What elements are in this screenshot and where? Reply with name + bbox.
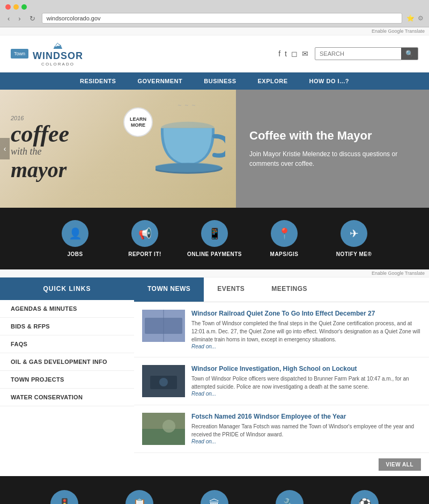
svg-point-11 (162, 420, 175, 433)
hero-left: ‹ 2016 coffee with the mayor ～ ～ ～ (0, 90, 236, 208)
report-icon: 📢 (131, 220, 158, 247)
sidebar-link-bids[interactable]: BIDS & RFPS (0, 318, 134, 335)
main-content: TOWN NEWS EVENTS MEETINGS Windsor Railro… (134, 277, 429, 476)
translate-bar-mid[interactable]: Enable Google Translate (0, 269, 429, 277)
tab-meetings[interactable]: MEETINGS (258, 277, 321, 302)
bookmark-icon: ⭐ (406, 14, 415, 22)
town-tab: Town (11, 49, 28, 59)
nav-residents[interactable]: RESIDENTS (69, 72, 127, 90)
fi-opengovt[interactable]: 🏛 OPEN GOVERNMENT (177, 486, 252, 504)
ql-report-label: REPORT IT! (128, 251, 161, 257)
news-item-3: Fotsch Named 2016 Windsor Employee of th… (134, 405, 429, 453)
translate-label-mid[interactable]: Enable Google Translate (372, 271, 425, 276)
forward-button[interactable]: › (16, 13, 23, 24)
read-on-3[interactable]: Read on... (191, 439, 421, 444)
sidebar: QUICK LINKS AGENDAS & MINUTES BIDS & RFP… (0, 277, 134, 476)
view-all-row: VIEW ALL (134, 453, 429, 476)
ql-report[interactable]: 📢 REPORT IT! (110, 216, 180, 261)
ql-payments-label: ONLINE PAYMENTS (187, 251, 242, 257)
hero-prev-arrow[interactable]: ‹ (0, 138, 10, 159)
devcenter-icon: 🔧 (276, 490, 304, 504)
hero-coffee-word: coffee (11, 122, 69, 146)
coffee-cup-svg (156, 112, 225, 177)
news-tabs: TOWN NEWS EVENTS MEETINGS (134, 277, 429, 302)
news-thumb-1 (142, 310, 185, 342)
logo-text: WINDSOR (33, 50, 83, 62)
logo-subtext: COLORADO (33, 62, 83, 67)
instagram-icon[interactable]: ◻ (291, 49, 298, 58)
search-button[interactable]: 🔍 (401, 48, 418, 60)
browser-actions: ⭐ ⚙ (406, 14, 424, 22)
recreation-icon: ⚽ (351, 490, 379, 504)
view-all-button[interactable]: VIEW ALL (379, 458, 421, 471)
site-header: Town ⛰ WINDSOR COLORADO f t ◻ ✉ 🔍 (0, 35, 429, 72)
sidebar-link-agendas[interactable]: AGENDAS & MINUTES (0, 300, 134, 318)
learn-more-button[interactable]: LEARN MORE (123, 107, 153, 137)
coffee-cup-illustration: ～ ～ ～ (156, 112, 225, 179)
translate-bar-top: Enable Google Translate (0, 27, 429, 35)
email-icon[interactable]: ✉ (302, 49, 308, 58)
sidebar-links: AGENDAS & MINUTES BIDS & RFPS FAQS OIL &… (0, 300, 134, 406)
jobs-icon: 👤 (62, 220, 88, 247)
header-center: f t ◻ ✉ 🔍 (278, 47, 418, 60)
nav-business[interactable]: BUSINESS (193, 72, 247, 90)
ql-notify-label: NOTIFY ME® (336, 251, 372, 257)
main-nav: RESIDENTS GOVERNMENT BUSINESS EXPLORE HO… (0, 72, 429, 90)
site-logo[interactable]: ⛰ WINDSOR COLORADO (33, 41, 83, 67)
sidebar-link-oilgas[interactable]: OIL & GAS DEVELOPMENT INFO (0, 353, 134, 371)
hero-coffee-text: 2016 coffee with the mayor (11, 115, 69, 182)
facebook-icon[interactable]: f (278, 49, 280, 58)
ql-payments[interactable]: 📱 ONLINE PAYMENTS (180, 216, 249, 261)
hero-right-text: Join Mayor Kristie Melendez to discuss q… (249, 149, 416, 169)
news-text-1: The Town of Windsor completed the final … (191, 319, 421, 344)
ql-maps-label: MAPS/GIS (270, 251, 299, 257)
ql-jobs-label: JOBS (67, 251, 83, 257)
news-item-2: Windsor Police Investigation, High Schoo… (134, 357, 429, 405)
news-text-2: Town of Windsor Police officers were dis… (191, 375, 421, 391)
ql-maps[interactable]: 📍 MAPS/GIS (249, 216, 319, 261)
news-thumb-2 (142, 365, 185, 397)
settings-icon: ⚙ (418, 14, 424, 22)
news-text-3: Recreation Manager Tara Fotsch was named… (191, 422, 421, 439)
quick-links-row: 👤 JOBS 📢 REPORT IT! 📱 ONLINE PAYMENTS 📍 … (0, 208, 429, 269)
twitter-icon[interactable]: t (285, 49, 287, 58)
svg-rect-10 (142, 429, 185, 445)
tab-events[interactable]: EVENTS (204, 277, 258, 302)
traffic-icon: 🚦 (50, 490, 78, 504)
news-title-1[interactable]: Windsor Railroad Quiet Zone To Go Into E… (191, 310, 421, 317)
hero-right-title: Coffee with the Mayor (249, 129, 416, 143)
sidebar-link-faqs[interactable]: FAQS (0, 335, 134, 353)
hero-with-text: with the (11, 146, 69, 157)
refresh-button[interactable]: ↻ (27, 13, 38, 24)
svg-point-2 (156, 163, 221, 172)
read-on-2[interactable]: Read on... (191, 391, 421, 397)
fi-bids[interactable]: 📋 BIDS/RFPS (102, 486, 177, 504)
translate-label[interactable]: Enable Google Translate (372, 28, 425, 34)
payments-icon: 📱 (201, 220, 228, 247)
news-title-3[interactable]: Fotsch Named 2016 Windsor Employee of th… (191, 413, 421, 420)
hero-right: Coffee with the Mayor Join Mayor Kristie… (236, 90, 429, 208)
news-body-1: Windsor Railroad Quiet Zone To Go Into E… (191, 310, 421, 349)
ql-jobs[interactable]: 👤 JOBS (40, 216, 110, 261)
news-title-2[interactable]: Windsor Police Investigation, High Schoo… (191, 365, 421, 372)
svg-point-8 (159, 378, 168, 386)
fi-devCenter[interactable]: 🔧 DEVELOPMENT CENTER (252, 486, 327, 504)
nav-how-do-i[interactable]: HOW DO I...? (299, 72, 360, 90)
back-button[interactable]: ‹ (5, 13, 12, 24)
ql-notify[interactable]: ✈ NOTIFY ME® (319, 216, 389, 261)
nav-government[interactable]: GOVERNMENT (127, 72, 193, 90)
hero-mayor-text: mayor (11, 157, 69, 182)
sidebar-link-townprojects[interactable]: TOWN PROJECTS (0, 371, 134, 389)
hero-banner: ‹ 2016 coffee with the mayor ～ ～ ～ (0, 90, 429, 208)
nav-explore[interactable]: EXPLORE (247, 72, 299, 90)
tab-town-news[interactable]: TOWN NEWS (134, 277, 204, 302)
news-body-3: Fotsch Named 2016 Windsor Employee of th… (191, 413, 421, 445)
footer-icons-strip: 🚦 TRAFFIC ALERTS 📋 BIDS/RFPS 🏛 OPEN GOVE… (0, 476, 429, 504)
sidebar-link-water[interactable]: WATER CONSERVATION (0, 389, 134, 406)
header-left: Town ⛰ WINDSOR COLORADO (11, 41, 83, 67)
search-input[interactable] (315, 48, 401, 59)
fi-recreation[interactable]: ⚽ RECREATION (327, 486, 402, 504)
fi-traffic[interactable]: 🚦 TRAFFIC ALERTS (27, 486, 102, 504)
logo-mountains-icon: ⛰ (33, 41, 83, 50)
read-on-1[interactable]: Read on... (191, 344, 421, 349)
